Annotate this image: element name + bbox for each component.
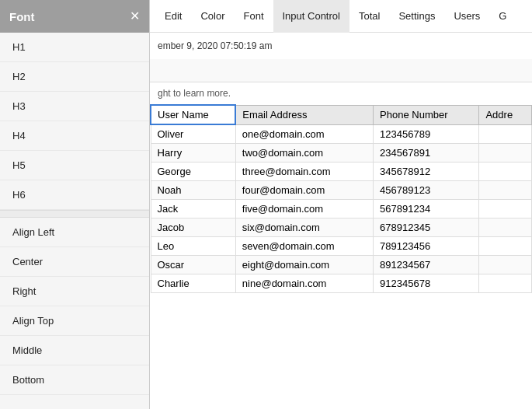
table-row: Oliverone@domain.com123456789 [151,124,532,144]
table-cell[interactable]: Leo [151,237,235,256]
table-row: Leoseven@domain.com789123456 [151,237,532,256]
table-cell[interactable]: 789123456 [374,237,479,256]
menu-color[interactable]: Color [191,0,234,33]
font-h3[interactable]: H3 [0,92,149,121]
table-cell[interactable]: seven@domain.com [235,237,373,256]
menu-input-control[interactable]: Input Control [273,0,349,33]
table-cell[interactable]: 345678912 [374,163,479,181]
font-align-left[interactable]: Align Left [0,218,149,247]
table-cell[interactable] [479,237,532,256]
font-bottom[interactable]: Bottom [0,365,149,395]
info-bar [150,59,532,82]
table-cell[interactable]: Noah [151,181,235,200]
col-email[interactable]: Email Address [235,105,373,124]
table-cell[interactable]: five@domain.com [235,200,373,218]
table-row: Oscareight@domain.com891234567 [151,256,532,274]
table-cell[interactable]: two@domain.com [235,144,373,163]
table-cell[interactable] [479,256,532,274]
table-header-row: User Name Email Address Phone Number Add… [151,105,532,124]
menu-users[interactable]: Users [444,0,489,33]
table-cell[interactable] [479,124,532,144]
table-row: Jackfive@domain.com567891234 [151,200,532,218]
font-panel-divider [0,210,149,218]
font-panel: Font ✕ H1 H2 H3 H4 H5 H6 Align Left Cent… [0,0,150,409]
table-wrapper: User Name Email Address Phone Number Add… [150,104,532,293]
table-cell[interactable]: nine@domain.com [235,274,373,293]
table-row: Noahfour@domain.com456789123 [151,181,532,200]
learn-more-text: ght to learn more. [158,88,231,99]
col-address[interactable]: Addre [479,105,532,124]
table-cell[interactable]: one@domain.com [235,124,373,144]
table-cell[interactable]: 891234567 [374,256,479,274]
font-h6[interactable]: H6 [0,180,149,210]
font-middle[interactable]: Middle [0,336,149,365]
font-align-top[interactable]: Align Top [0,306,149,336]
table-cell[interactable]: Jacob [151,218,235,237]
font-panel-header: Font ✕ [0,0,149,33]
table-cell[interactable] [479,144,532,163]
font-h1[interactable]: H1 [0,33,149,62]
table-cell[interactable]: eight@domain.com [235,256,373,274]
table-cell[interactable]: Charlie [151,274,235,293]
menu-total[interactable]: Total [349,0,389,33]
table-cell[interactable]: 678912345 [374,218,479,237]
main-content: ember 9, 2020 07:50:19 am ght to learn m… [150,33,532,409]
table-cell[interactable]: four@domain.com [235,181,373,200]
datetime-bar: ember 9, 2020 07:50:19 am [150,33,532,59]
table-cell[interactable]: 912345678 [374,274,479,293]
table-row: Charlienine@domain.com912345678 [151,274,532,293]
table-cell[interactable]: Oliver [151,124,235,144]
table-cell[interactable] [479,274,532,293]
font-right[interactable]: Right [0,277,149,306]
font-panel-title: Font [9,10,34,23]
menu-g[interactable]: G [489,0,516,33]
table-cell[interactable]: Oscar [151,256,235,274]
table-cell[interactable]: Jack [151,200,235,218]
table-cell[interactable]: Harry [151,144,235,163]
data-table: User Name Email Address Phone Number Add… [150,104,532,293]
table-cell[interactable] [479,163,532,181]
table-cell[interactable]: six@domain.com [235,218,373,237]
table-cell[interactable] [479,200,532,218]
table-cell[interactable]: 123456789 [374,124,479,144]
font-panel-close-button[interactable]: ✕ [130,10,140,23]
table-cell[interactable] [479,181,532,200]
table-row: Georgethree@domain.com345678912 [151,163,532,181]
table-cell[interactable]: George [151,163,235,181]
col-username[interactable]: User Name [151,105,235,124]
table-row: Jacobsix@domain.com678912345 [151,218,532,237]
table-cell[interactable]: 234567891 [374,144,479,163]
table-cell[interactable] [479,218,532,237]
font-center[interactable]: Center [0,247,149,277]
datetime-text: ember 9, 2020 07:50:19 am [158,40,272,51]
learn-more-bar: ght to learn more. [150,82,532,104]
font-h5[interactable]: H5 [0,151,149,180]
col-phone[interactable]: Phone Number [374,105,479,124]
table-cell[interactable]: 567891234 [374,200,479,218]
menu-settings[interactable]: Settings [389,0,444,33]
font-h4[interactable]: H4 [0,121,149,151]
font-h2[interactable]: H2 [0,62,149,92]
table-cell[interactable]: three@domain.com [235,163,373,181]
menu-font[interactable]: Font [234,0,273,33]
table-cell[interactable]: 456789123 [374,181,479,200]
table-row: Harrytwo@domain.com234567891 [151,144,532,163]
menu-edit[interactable]: Edit [155,0,191,33]
